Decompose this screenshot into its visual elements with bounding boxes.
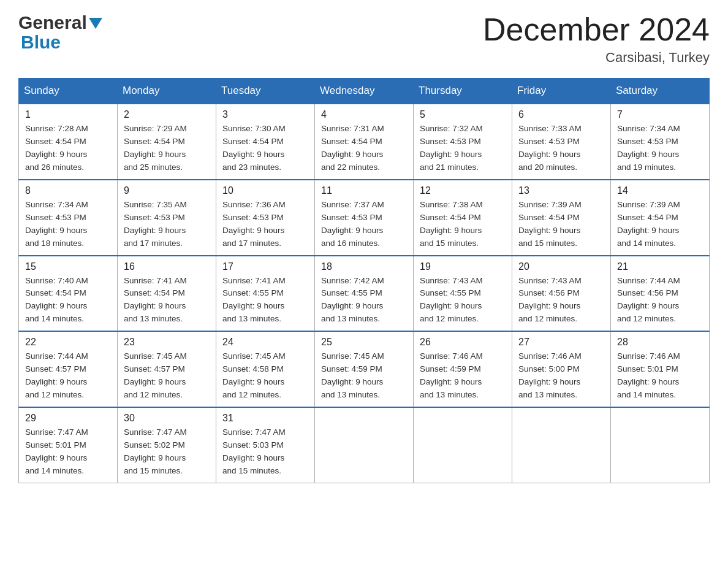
day-number: 17 bbox=[222, 261, 308, 272]
svg-marker-0 bbox=[89, 18, 102, 29]
day-number: 31 bbox=[222, 413, 308, 424]
day-info: Sunrise: 7:30 AMSunset: 4:54 PMDaylight:… bbox=[222, 123, 308, 174]
calendar-cell: 12 Sunrise: 7:38 AMSunset: 4:54 PMDaylig… bbox=[414, 180, 512, 256]
calendar-week-2: 8 Sunrise: 7:34 AMSunset: 4:53 PMDayligh… bbox=[19, 180, 710, 256]
day-info: Sunrise: 7:39 AMSunset: 4:54 PMDaylight:… bbox=[617, 199, 703, 250]
calendar-cell: 21 Sunrise: 7:44 AMSunset: 4:56 PMDaylig… bbox=[611, 256, 710, 332]
day-info: Sunrise: 7:35 AMSunset: 4:53 PMDaylight:… bbox=[124, 199, 210, 250]
day-number: 19 bbox=[420, 261, 506, 272]
day-number: 24 bbox=[222, 337, 308, 348]
col-thursday: Thursday bbox=[414, 79, 512, 104]
calendar-week-3: 15 Sunrise: 7:40 AMSunset: 4:54 PMDaylig… bbox=[19, 256, 710, 332]
calendar-cell: 22 Sunrise: 7:44 AMSunset: 4:57 PMDaylig… bbox=[19, 331, 118, 407]
calendar-header-row: Sunday Monday Tuesday Wednesday Thursday… bbox=[19, 79, 710, 104]
day-number: 25 bbox=[321, 337, 407, 348]
day-number: 9 bbox=[124, 185, 210, 196]
calendar-cell: 28 Sunrise: 7:46 AMSunset: 5:01 PMDaylig… bbox=[611, 331, 710, 407]
day-number: 23 bbox=[124, 337, 210, 348]
day-info: Sunrise: 7:38 AMSunset: 4:54 PMDaylight:… bbox=[420, 199, 506, 250]
day-info: Sunrise: 7:46 AMSunset: 5:01 PMDaylight:… bbox=[617, 350, 703, 402]
day-number: 7 bbox=[617, 109, 703, 120]
day-number: 29 bbox=[25, 413, 111, 424]
calendar-cell bbox=[512, 407, 611, 483]
day-info: Sunrise: 7:43 AMSunset: 4:55 PMDaylight:… bbox=[420, 275, 506, 326]
day-info: Sunrise: 7:33 AMSunset: 4:53 PMDaylight:… bbox=[518, 123, 604, 174]
col-tuesday: Tuesday bbox=[216, 79, 315, 104]
col-wednesday: Wednesday bbox=[315, 79, 414, 104]
day-info: Sunrise: 7:29 AMSunset: 4:54 PMDaylight:… bbox=[124, 123, 210, 174]
day-number: 4 bbox=[321, 109, 407, 120]
calendar-cell: 29 Sunrise: 7:47 AMSunset: 5:01 PMDaylig… bbox=[19, 407, 118, 483]
calendar-cell: 14 Sunrise: 7:39 AMSunset: 4:54 PMDaylig… bbox=[611, 180, 710, 256]
day-number: 6 bbox=[518, 109, 604, 120]
col-monday: Monday bbox=[118, 79, 216, 104]
calendar-cell: 2 Sunrise: 7:29 AMSunset: 4:54 PMDayligh… bbox=[118, 104, 216, 180]
day-info: Sunrise: 7:45 AMSunset: 4:58 PMDaylight:… bbox=[222, 350, 308, 402]
calendar-cell: 8 Sunrise: 7:34 AMSunset: 4:53 PMDayligh… bbox=[19, 180, 118, 256]
day-number: 16 bbox=[124, 261, 210, 272]
day-info: Sunrise: 7:46 AMSunset: 4:59 PMDaylight:… bbox=[420, 350, 506, 402]
day-info: Sunrise: 7:42 AMSunset: 4:55 PMDaylight:… bbox=[321, 275, 407, 326]
location-title: Carsibasi, Turkey bbox=[483, 50, 710, 66]
calendar-cell: 18 Sunrise: 7:42 AMSunset: 4:55 PMDaylig… bbox=[315, 256, 414, 332]
day-info: Sunrise: 7:34 AMSunset: 4:53 PMDaylight:… bbox=[25, 199, 111, 250]
calendar-cell: 7 Sunrise: 7:34 AMSunset: 4:53 PMDayligh… bbox=[611, 104, 710, 180]
calendar-cell: 15 Sunrise: 7:40 AMSunset: 4:54 PMDaylig… bbox=[19, 256, 118, 332]
calendar-cell: 23 Sunrise: 7:45 AMSunset: 4:57 PMDaylig… bbox=[118, 331, 216, 407]
day-number: 12 bbox=[420, 185, 506, 196]
day-number: 3 bbox=[222, 109, 308, 120]
calendar-cell: 13 Sunrise: 7:39 AMSunset: 4:54 PMDaylig… bbox=[512, 180, 611, 256]
day-number: 18 bbox=[321, 261, 407, 272]
col-sunday: Sunday bbox=[19, 79, 118, 104]
calendar-cell: 20 Sunrise: 7:43 AMSunset: 4:56 PMDaylig… bbox=[512, 256, 611, 332]
day-info: Sunrise: 7:41 AMSunset: 4:55 PMDaylight:… bbox=[222, 275, 308, 326]
day-info: Sunrise: 7:44 AMSunset: 4:57 PMDaylight:… bbox=[25, 350, 111, 402]
day-info: Sunrise: 7:47 AMSunset: 5:02 PMDaylight:… bbox=[124, 426, 210, 478]
calendar-week-4: 22 Sunrise: 7:44 AMSunset: 4:57 PMDaylig… bbox=[19, 331, 710, 407]
page-header: General Blue December 2024 Carsibasi, Tu… bbox=[18, 12, 710, 66]
calendar-cell: 26 Sunrise: 7:46 AMSunset: 4:59 PMDaylig… bbox=[414, 331, 512, 407]
logo: General Blue bbox=[18, 12, 102, 53]
calendar-cell: 10 Sunrise: 7:36 AMSunset: 4:53 PMDaylig… bbox=[216, 180, 315, 256]
calendar-cell: 31 Sunrise: 7:47 AMSunset: 5:03 PMDaylig… bbox=[216, 407, 315, 483]
day-number: 27 bbox=[518, 337, 604, 348]
day-number: 13 bbox=[518, 185, 604, 196]
calendar-table: Sunday Monday Tuesday Wednesday Thursday… bbox=[18, 78, 710, 483]
day-info: Sunrise: 7:28 AMSunset: 4:54 PMDaylight:… bbox=[25, 123, 111, 174]
day-info: Sunrise: 7:43 AMSunset: 4:56 PMDaylight:… bbox=[518, 275, 604, 326]
calendar-week-1: 1 Sunrise: 7:28 AMSunset: 4:54 PMDayligh… bbox=[19, 104, 710, 180]
day-info: Sunrise: 7:47 AMSunset: 5:03 PMDaylight:… bbox=[222, 426, 308, 478]
day-number: 14 bbox=[617, 185, 703, 196]
month-title: December 2024 bbox=[483, 12, 710, 47]
day-number: 28 bbox=[617, 337, 703, 348]
calendar-cell: 9 Sunrise: 7:35 AMSunset: 4:53 PMDayligh… bbox=[118, 180, 216, 256]
calendar-cell: 30 Sunrise: 7:47 AMSunset: 5:02 PMDaylig… bbox=[118, 407, 216, 483]
day-number: 11 bbox=[321, 185, 407, 196]
day-info: Sunrise: 7:44 AMSunset: 4:56 PMDaylight:… bbox=[617, 275, 703, 326]
day-info: Sunrise: 7:36 AMSunset: 4:53 PMDaylight:… bbox=[222, 199, 308, 250]
calendar-cell: 5 Sunrise: 7:32 AMSunset: 4:53 PMDayligh… bbox=[414, 104, 512, 180]
col-friday: Friday bbox=[512, 79, 611, 104]
day-info: Sunrise: 7:34 AMSunset: 4:53 PMDaylight:… bbox=[617, 123, 703, 174]
day-info: Sunrise: 7:37 AMSunset: 4:53 PMDaylight:… bbox=[321, 199, 407, 250]
calendar-cell: 24 Sunrise: 7:45 AMSunset: 4:58 PMDaylig… bbox=[216, 331, 315, 407]
calendar-cell: 25 Sunrise: 7:45 AMSunset: 4:59 PMDaylig… bbox=[315, 331, 414, 407]
col-saturday: Saturday bbox=[611, 79, 710, 104]
day-number: 22 bbox=[25, 337, 111, 348]
calendar-cell: 16 Sunrise: 7:41 AMSunset: 4:54 PMDaylig… bbox=[118, 256, 216, 332]
day-info: Sunrise: 7:47 AMSunset: 5:01 PMDaylight:… bbox=[25, 426, 111, 478]
logo-general-text: General bbox=[18, 12, 87, 33]
calendar-cell: 17 Sunrise: 7:41 AMSunset: 4:55 PMDaylig… bbox=[216, 256, 315, 332]
day-info: Sunrise: 7:32 AMSunset: 4:53 PMDaylight:… bbox=[420, 123, 506, 174]
calendar-cell: 11 Sunrise: 7:37 AMSunset: 4:53 PMDaylig… bbox=[315, 180, 414, 256]
day-number: 8 bbox=[25, 185, 111, 196]
day-number: 15 bbox=[25, 261, 111, 272]
calendar-cell bbox=[611, 407, 710, 483]
day-info: Sunrise: 7:46 AMSunset: 5:00 PMDaylight:… bbox=[518, 350, 604, 402]
calendar-cell: 3 Sunrise: 7:30 AMSunset: 4:54 PMDayligh… bbox=[216, 104, 315, 180]
calendar-cell: 6 Sunrise: 7:33 AMSunset: 4:53 PMDayligh… bbox=[512, 104, 611, 180]
calendar-cell: 1 Sunrise: 7:28 AMSunset: 4:54 PMDayligh… bbox=[19, 104, 118, 180]
day-info: Sunrise: 7:41 AMSunset: 4:54 PMDaylight:… bbox=[124, 275, 210, 326]
day-info: Sunrise: 7:45 AMSunset: 4:59 PMDaylight:… bbox=[321, 350, 407, 402]
calendar-cell: 27 Sunrise: 7:46 AMSunset: 5:00 PMDaylig… bbox=[512, 331, 611, 407]
